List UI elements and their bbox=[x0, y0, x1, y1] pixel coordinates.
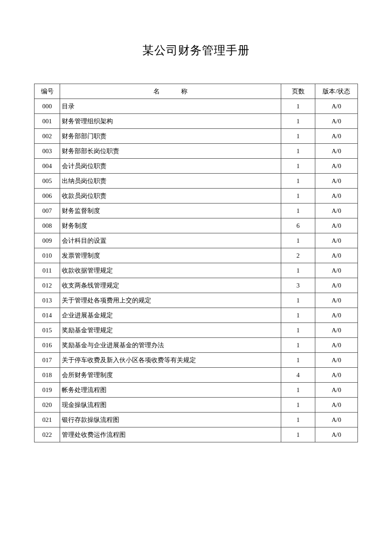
cell-name: 财务部部门职责 bbox=[60, 129, 281, 144]
cell-name: 发票管理制度 bbox=[60, 248, 281, 263]
table-row: 014企业进展基金规定1A/0 bbox=[35, 308, 358, 323]
cell-num: 016 bbox=[35, 338, 60, 353]
table-row: 009会计科目的设置1A/0 bbox=[35, 233, 358, 248]
table-row: 006收款员岗位职责1A/0 bbox=[35, 189, 358, 203]
cell-pages: 1 bbox=[281, 189, 315, 203]
cell-version: A/0 bbox=[315, 99, 358, 114]
cell-num: 008 bbox=[35, 218, 60, 233]
cell-pages: 3 bbox=[281, 278, 315, 293]
cell-num: 021 bbox=[35, 413, 60, 427]
cell-pages: 1 bbox=[281, 203, 315, 218]
cell-num: 007 bbox=[35, 203, 60, 218]
cell-version: A/0 bbox=[315, 338, 358, 353]
header-name: 名称 bbox=[60, 84, 281, 99]
table-row: 004会计员岗位职责1A/0 bbox=[35, 159, 358, 174]
cell-name: 收款收据管理规定 bbox=[60, 263, 281, 278]
cell-version: A/0 bbox=[315, 278, 358, 293]
cell-version: A/0 bbox=[315, 398, 358, 413]
cell-pages: 4 bbox=[281, 368, 315, 383]
cell-pages: 1 bbox=[281, 99, 315, 114]
header-pages: 页数 bbox=[281, 84, 315, 99]
table-header-row: 编号 名称 页数 版本/状态 bbox=[35, 84, 358, 99]
cell-name: 银行存款操纵流程图 bbox=[60, 413, 281, 427]
table-row: 021银行存款操纵流程图1A/0 bbox=[35, 413, 358, 427]
cell-version: A/0 bbox=[315, 159, 358, 174]
cell-pages: 1 bbox=[281, 427, 315, 442]
table-row: 005出纳员岗位职责1A/0 bbox=[35, 174, 358, 189]
cell-name: 财务部部长岗位职责 bbox=[60, 144, 281, 159]
cell-version: A/0 bbox=[315, 233, 358, 248]
cell-name: 关于停车收费及新入伙小区各项收费等有关规定 bbox=[60, 353, 281, 368]
cell-pages: 1 bbox=[281, 353, 315, 368]
cell-pages: 1 bbox=[281, 114, 315, 129]
cell-name: 目录 bbox=[60, 99, 281, 114]
cell-num: 006 bbox=[35, 189, 60, 203]
document-page: 某公司财务管理手册 编号 名称 页数 版本/状态 000目录1A/0001财务管… bbox=[0, 0, 392, 442]
cell-num: 013 bbox=[35, 293, 60, 308]
table-row: 020现金操纵流程图1A/0 bbox=[35, 398, 358, 413]
cell-name: 奖励基金与企业进展基金的管理办法 bbox=[60, 338, 281, 353]
cell-pages: 1 bbox=[281, 144, 315, 159]
table-row: 003财务部部长岗位职责1A/0 bbox=[35, 144, 358, 159]
table-row: 010发票管理制度2A/0 bbox=[35, 248, 358, 263]
cell-pages: 1 bbox=[281, 398, 315, 413]
cell-name: 财务监督制度 bbox=[60, 203, 281, 218]
toc-table: 编号 名称 页数 版本/状态 000目录1A/0001财务管理组织架构1A/00… bbox=[34, 84, 358, 442]
table-row: 007财务监督制度1A/0 bbox=[35, 203, 358, 218]
cell-version: A/0 bbox=[315, 413, 358, 427]
header-version: 版本/状态 bbox=[315, 84, 358, 99]
cell-name: 帐务处理流程图 bbox=[60, 383, 281, 398]
cell-num: 010 bbox=[35, 248, 60, 263]
cell-version: A/0 bbox=[315, 323, 358, 338]
cell-name: 会所财务管理制度 bbox=[60, 368, 281, 383]
cell-version: A/0 bbox=[315, 383, 358, 398]
table-row: 001财务管理组织架构1A/0 bbox=[35, 114, 358, 129]
cell-version: A/0 bbox=[315, 353, 358, 368]
cell-version: A/0 bbox=[315, 427, 358, 442]
cell-pages: 1 bbox=[281, 174, 315, 189]
cell-name: 会计科目的设置 bbox=[60, 233, 281, 248]
cell-version: A/0 bbox=[315, 203, 358, 218]
table-row: 008财务制度6A/0 bbox=[35, 218, 358, 233]
cell-pages: 1 bbox=[281, 383, 315, 398]
cell-version: A/0 bbox=[315, 129, 358, 144]
cell-version: A/0 bbox=[315, 263, 358, 278]
cell-version: A/0 bbox=[315, 114, 358, 129]
cell-name: 收款员岗位职责 bbox=[60, 189, 281, 203]
cell-num: 000 bbox=[35, 99, 60, 114]
cell-num: 009 bbox=[35, 233, 60, 248]
cell-pages: 1 bbox=[281, 129, 315, 144]
cell-name: 会计员岗位职责 bbox=[60, 159, 281, 174]
cell-pages: 1 bbox=[281, 159, 315, 174]
table-row: 022管理处收费运作流程图1A/0 bbox=[35, 427, 358, 442]
cell-version: A/0 bbox=[315, 144, 358, 159]
cell-name: 财务制度 bbox=[60, 218, 281, 233]
cell-version: A/0 bbox=[315, 189, 358, 203]
cell-name: 管理处收费运作流程图 bbox=[60, 427, 281, 442]
cell-pages: 1 bbox=[281, 263, 315, 278]
table-row: 018会所财务管理制度4A/0 bbox=[35, 368, 358, 383]
table-row: 019帐务处理流程图1A/0 bbox=[35, 383, 358, 398]
cell-num: 002 bbox=[35, 129, 60, 144]
cell-name: 出纳员岗位职责 bbox=[60, 174, 281, 189]
table-row: 011收款收据管理规定1A/0 bbox=[35, 263, 358, 278]
cell-pages: 1 bbox=[281, 338, 315, 353]
cell-pages: 6 bbox=[281, 218, 315, 233]
cell-pages: 1 bbox=[281, 293, 315, 308]
cell-pages: 2 bbox=[281, 248, 315, 263]
cell-pages: 1 bbox=[281, 233, 315, 248]
header-num: 编号 bbox=[35, 84, 60, 99]
cell-name: 奖励基金管理规定 bbox=[60, 323, 281, 338]
cell-num: 011 bbox=[35, 263, 60, 278]
table-row: 000目录1A/0 bbox=[35, 99, 358, 114]
cell-version: A/0 bbox=[315, 293, 358, 308]
document-title: 某公司财务管理手册 bbox=[34, 43, 358, 58]
cell-num: 015 bbox=[35, 323, 60, 338]
cell-version: A/0 bbox=[315, 308, 358, 323]
cell-name: 企业进展基金规定 bbox=[60, 308, 281, 323]
cell-version: A/0 bbox=[315, 218, 358, 233]
cell-version: A/0 bbox=[315, 174, 358, 189]
cell-num: 004 bbox=[35, 159, 60, 174]
cell-name: 现金操纵流程图 bbox=[60, 398, 281, 413]
cell-name: 收支两条线管理规定 bbox=[60, 278, 281, 293]
